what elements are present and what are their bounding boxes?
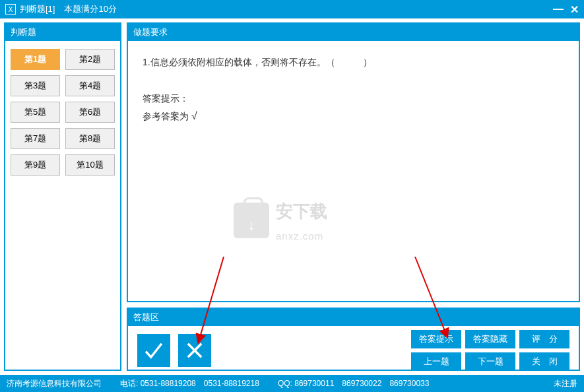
answer-hint-label: 答案提示： <box>143 90 564 107</box>
footer: 济南考源信息科技有限公司 电话: 0531-88819208 0531-8881… <box>0 375 584 392</box>
watermark: 安下载 anxz.com <box>234 196 327 245</box>
answer-panel-header: 答题区 <box>128 309 579 326</box>
checkmark-icon: √ <box>191 110 197 121</box>
main-area: 判断题 第1题 第2题 第3题 第4题 第5题 第6题 第7题 第8题 第9题 … <box>0 18 584 375</box>
window-title: 判断题[1] <box>20 3 55 15</box>
question-panel: 做题要求 1.信息必须依附相应的载体，否则将不存在。（ ） 答案提示： 参考答案… <box>127 22 580 302</box>
question-list: 第1题 第2题 第3题 第4题 第5题 第6题 第7题 第8题 第9题 第10题 <box>5 41 120 183</box>
register-status: 未注册 <box>554 378 577 389</box>
watermark-icon <box>234 203 269 238</box>
true-button[interactable] <box>137 334 170 367</box>
minimize-button[interactable]: — <box>553 3 564 16</box>
question-10-button[interactable]: 第10题 <box>65 154 115 176</box>
score-label: 本题满分10分 <box>64 3 116 15</box>
titlebar: X 判断题[1] 本题满分10分 — ✕ <box>0 0 584 18</box>
close-button[interactable]: ✕ <box>570 3 579 16</box>
close-quiz-button[interactable]: 关 闭 <box>519 352 569 371</box>
watermark-en: anxz.com <box>276 227 327 245</box>
qq-block: QQ: 869730011 869730022 869730033 <box>278 378 430 389</box>
question-3-button[interactable]: 第3题 <box>11 75 60 96</box>
answer-panel: 答题区 <box>127 308 580 371</box>
question-text: 1.信息必须依附相应的载体，否则将不存在。（ ） <box>143 54 564 71</box>
question-7-button[interactable]: 第7题 <box>11 128 60 149</box>
company-name: 济南考源信息科技有限公司 <box>7 378 102 389</box>
question-9-button[interactable]: 第9题 <box>11 154 60 176</box>
sidebar-header: 判断题 <box>5 24 120 41</box>
question-1-button[interactable]: 第1题 <box>11 49 60 70</box>
question-2-button[interactable]: 第2题 <box>65 49 115 70</box>
app-icon: X <box>5 4 16 15</box>
reference-answer: 参考答案为 √ <box>143 107 564 126</box>
check-icon <box>143 339 165 362</box>
watermark-cn: 安下载 <box>276 196 327 227</box>
question-6-button[interactable]: 第6题 <box>65 102 115 123</box>
question-4-button[interactable]: 第4题 <box>65 75 115 96</box>
answer-hide-button[interactable]: 答案隐藏 <box>465 330 515 348</box>
question-8-button[interactable]: 第8题 <box>65 128 115 149</box>
answer-hint-button[interactable]: 答案提示 <box>411 330 461 348</box>
score-button[interactable]: 评 分 <box>519 330 569 348</box>
right-column: 做题要求 1.信息必须依附相应的载体，否则将不存在。（ ） 答案提示： 参考答案… <box>127 22 580 371</box>
question-5-button[interactable]: 第5题 <box>11 102 60 123</box>
sidebar: 判断题 第1题 第2题 第3题 第4题 第5题 第6题 第7题 第8题 第9题 … <box>4 22 121 371</box>
question-panel-header: 做题要求 <box>128 24 579 41</box>
next-button[interactable]: 下一题 <box>465 352 515 371</box>
question-body[interactable]: 1.信息必须依附相应的载体，否则将不存在。（ ） 答案提示： 参考答案为 √ 安… <box>128 41 579 301</box>
cross-icon <box>183 339 206 362</box>
prev-button[interactable]: 上一题 <box>411 352 461 371</box>
phone-block: 电话: 0531-88819208 0531-88819218 <box>120 378 259 389</box>
false-button[interactable] <box>178 334 211 367</box>
